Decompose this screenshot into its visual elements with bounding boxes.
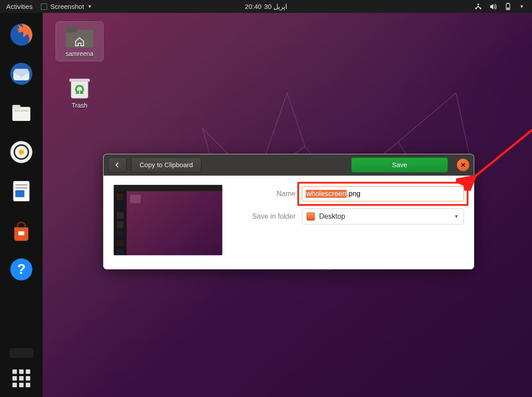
svg-rect-26 xyxy=(71,80,88,98)
folder-home-icon xyxy=(65,24,94,48)
svg-rect-25 xyxy=(66,27,77,32)
filename-suffix: .png xyxy=(347,190,360,198)
writer-icon xyxy=(9,179,33,203)
svg-rect-9 xyxy=(12,107,31,121)
save-button[interactable]: Save xyxy=(351,157,448,172)
svg-rect-10 xyxy=(12,105,20,109)
svg-rect-19 xyxy=(18,231,24,235)
filename-selected-text: wholescreen xyxy=(306,190,347,198)
screenshot-thumbnail xyxy=(113,184,223,256)
show-applications-button[interactable] xyxy=(12,369,30,387)
dock-files[interactable] xyxy=(8,99,35,127)
name-label: Name xyxy=(241,190,296,198)
battery-icon[interactable] xyxy=(504,3,512,11)
dock: ? xyxy=(0,13,43,397)
dock-rhythmbox[interactable] xyxy=(8,138,35,166)
chevron-left-icon xyxy=(114,162,120,168)
firefox-icon xyxy=(9,23,33,47)
activities-button[interactable]: Activities xyxy=(6,3,32,10)
desktop-icon-label: Trash xyxy=(72,102,87,109)
save-folder-select[interactable]: Desktop ▼ xyxy=(302,209,464,225)
svg-text:?: ? xyxy=(17,261,25,277)
network-icon[interactable] xyxy=(474,3,482,11)
system-menu-chevron-icon[interactable]: ▼ xyxy=(520,4,524,9)
close-icon xyxy=(460,162,466,168)
help-icon: ? xyxy=(9,257,33,281)
svg-point-14 xyxy=(19,149,24,154)
svg-rect-16 xyxy=(16,190,24,197)
app-menu[interactable]: Screenshot ▼ xyxy=(40,3,92,10)
chevron-down-icon: ▼ xyxy=(88,4,92,9)
thunderbird-icon xyxy=(9,62,33,86)
close-button[interactable] xyxy=(457,159,469,171)
svg-rect-17 xyxy=(16,184,28,185)
svg-rect-27 xyxy=(69,79,90,82)
dock-help[interactable]: ? xyxy=(8,256,35,283)
svg-rect-5 xyxy=(507,3,509,4)
app-menu-label: Screenshot xyxy=(50,3,84,10)
software-icon xyxy=(9,218,33,242)
desktop-icon-label: samreena xyxy=(66,50,93,57)
volume-icon[interactable] xyxy=(489,3,497,11)
dialog-header: Copy to Clipboard Save xyxy=(104,154,474,176)
screenshot-icon xyxy=(40,3,48,10)
dock-software[interactable] xyxy=(8,217,35,244)
dock-thunderbird[interactable] xyxy=(8,60,35,88)
dock-firefox[interactable] xyxy=(8,21,35,48)
clock-date: اپریل 30 xyxy=(264,3,287,11)
svg-rect-0 xyxy=(41,4,47,9)
folder-icon xyxy=(307,213,315,221)
files-icon xyxy=(9,101,33,125)
copy-to-clipboard-button[interactable]: Copy to Clipboard xyxy=(131,157,201,172)
clock[interactable]: 20:40 اپریل 30 xyxy=(245,3,287,11)
dock-writer[interactable] xyxy=(8,177,35,205)
back-button[interactable] xyxy=(108,157,127,172)
svg-point-3 xyxy=(477,4,479,5)
filename-input[interactable]: wholescreen.png xyxy=(302,186,464,201)
top-panel: Activities Screenshot ▼ 20:40 اپریل 30 ▼ xyxy=(0,0,532,13)
folder-label: Save in folder xyxy=(241,213,296,221)
dock-overflow[interactable] xyxy=(9,348,33,358)
svg-rect-6 xyxy=(507,8,509,9)
clock-time: 20:40 xyxy=(245,3,262,11)
save-screenshot-dialog: Copy to Clipboard Save Name wholescreen.… xyxy=(103,154,474,269)
svg-rect-11 xyxy=(14,110,28,111)
chevron-down-icon: ▼ xyxy=(454,213,459,220)
svg-rect-18 xyxy=(16,187,28,188)
rhythmbox-icon xyxy=(9,140,33,164)
trash-icon xyxy=(65,76,94,100)
folder-value: Desktop xyxy=(319,213,345,221)
desktop-trash[interactable]: Trash xyxy=(56,73,103,112)
desktop-home-folder[interactable]: samreena xyxy=(56,22,103,61)
